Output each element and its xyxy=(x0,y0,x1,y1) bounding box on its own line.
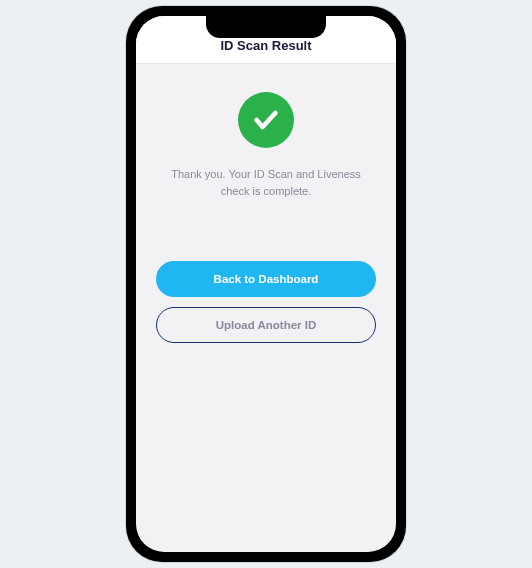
phone-frame: ID Scan Result Thank you. Your ID Scan a… xyxy=(126,6,406,562)
button-group: Back to Dashboard Upload Another ID xyxy=(156,261,376,343)
content: Thank you. Your ID Scan and Liveness che… xyxy=(136,64,396,552)
success-message: Thank you. Your ID Scan and Liveness che… xyxy=(156,166,376,199)
screen: ID Scan Result Thank you. Your ID Scan a… xyxy=(136,16,396,552)
phone-notch xyxy=(206,16,326,38)
back-to-dashboard-button[interactable]: Back to Dashboard xyxy=(156,261,376,297)
page-title: ID Scan Result xyxy=(136,38,396,53)
success-icon xyxy=(238,92,294,148)
upload-another-id-button[interactable]: Upload Another ID xyxy=(156,307,376,343)
checkmark-icon xyxy=(252,106,280,134)
